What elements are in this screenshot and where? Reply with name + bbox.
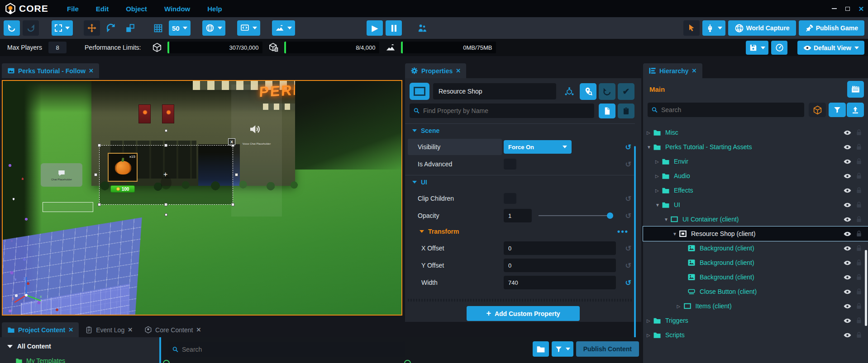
visibility-eye-icon[interactable]: [843, 201, 852, 209]
visibility-eye-icon[interactable]: [843, 302, 852, 311]
publish-content-button[interactable]: Publish Content: [576, 341, 639, 357]
menu-window[interactable]: Window: [164, 5, 190, 13]
resize-handle[interactable]: [235, 173, 238, 176]
tab-core-content[interactable]: Core Content✕: [139, 322, 206, 337]
reset-icon[interactable]: ↺: [625, 244, 631, 253]
max-players-value[interactable]: 8: [48, 42, 67, 53]
resize-handle[interactable]: [164, 203, 167, 206]
default-view-dropdown[interactable]: Default View: [797, 41, 864, 55]
paste-properties-button[interactable]: [618, 104, 634, 118]
caret-closed-icon[interactable]: ▷: [655, 188, 662, 193]
performance-gauge-button[interactable]: [771, 41, 787, 55]
grid-snap-button[interactable]: [150, 20, 166, 36]
filter-button[interactable]: [829, 103, 846, 117]
reset-icon[interactable]: ↺: [625, 261, 631, 270]
close-tab-icon[interactable]: ✕: [196, 326, 201, 333]
lock-icon[interactable]: [855, 245, 863, 252]
visibility-eye-icon[interactable]: [843, 186, 852, 195]
open-folder-button[interactable]: [533, 341, 549, 357]
slider-knob[interactable]: [607, 212, 613, 219]
reset-icon[interactable]: ↺: [625, 160, 631, 169]
caret-open-icon[interactable]: ▼: [655, 203, 662, 207]
resize-handle[interactable]: [164, 144, 167, 147]
reset-icon[interactable]: ↺: [625, 143, 631, 151]
property-search-input[interactable]: [410, 104, 594, 118]
resize-handle[interactable]: [231, 203, 234, 206]
caret-closed-icon[interactable]: ▷: [677, 304, 683, 309]
visibility-eye-icon[interactable]: [843, 157, 852, 166]
visibility-eye-icon[interactable]: [843, 288, 852, 296]
copy-properties-button[interactable]: [599, 104, 615, 118]
resize-handle[interactable]: [98, 203, 101, 206]
bot-dropdown[interactable]: [702, 20, 725, 36]
guide-handle[interactable]: [165, 213, 167, 216]
caret-open-icon[interactable]: ▼: [647, 145, 653, 150]
lock-icon[interactable]: [855, 302, 863, 310]
all-content-node[interactable]: All Content: [7, 343, 51, 350]
hierarchy-item-scripts[interactable]: ▷Scripts: [643, 328, 868, 342]
lock-icon[interactable]: [855, 259, 863, 266]
visibility-dropdown[interactable]: Force On: [504, 140, 572, 154]
save-dropdown[interactable]: [746, 41, 768, 55]
hierarchy-item-ui-container-client-[interactable]: ▼UI Container (client): [643, 212, 868, 226]
visibility-eye-icon[interactable]: [843, 143, 852, 151]
caret-closed-icon[interactable]: ▷: [655, 174, 662, 179]
visibility-eye-icon[interactable]: [843, 273, 852, 282]
content-search-input[interactable]: [168, 342, 405, 357]
lock-icon[interactable]: [855, 143, 863, 151]
lock-icon[interactable]: [855, 216, 863, 223]
viewport-3d[interactable]: PERKS Voice Chat Placeholder Chat Pl: [2, 80, 402, 316]
hierarchy-item-misc[interactable]: ▷Misc: [643, 125, 868, 140]
reset-icon[interactable]: ↺: [625, 212, 631, 220]
minimize-button[interactable]: [831, 5, 837, 12]
x-offset-field[interactable]: 0: [504, 241, 616, 255]
caret-closed-icon[interactable]: ▷: [647, 318, 653, 323]
price-badge[interactable]: 100: [110, 185, 135, 193]
caret-closed-icon[interactable]: ▷: [647, 333, 653, 338]
is-advanced-checkbox[interactable]: [504, 159, 516, 170]
cinematic-button[interactable]: [847, 81, 864, 98]
grid-size-dropdown[interactable]: 50: [169, 20, 191, 36]
restore-button[interactable]: [844, 5, 851, 12]
reset-icon[interactable]: ↺: [625, 278, 631, 287]
menu-file[interactable]: File: [67, 5, 79, 13]
revert-button[interactable]: [599, 83, 615, 100]
hierarchy-item-effects[interactable]: ▷Effects: [643, 183, 868, 198]
hierarchy-item-perks-tutorial-starting-assets[interactable]: ▼Perks Tutorial - Starting Assets: [643, 140, 868, 154]
y-offset-field[interactable]: 0: [504, 259, 616, 272]
opacity-slider[interactable]: [539, 215, 610, 216]
hierarchy-item-triggers[interactable]: ▷Triggers: [643, 313, 868, 328]
world-space-dropdown[interactable]: [202, 20, 225, 36]
add-custom-property-button[interactable]: + Add Custom Property: [467, 306, 580, 321]
lock-icon[interactable]: [855, 172, 863, 179]
visibility-eye-icon[interactable]: [843, 259, 852, 267]
hierarchy-item-resource-shop-client-[interactable]: ▼Resource Shop (client): [643, 226, 868, 241]
lock-icon[interactable]: [855, 201, 863, 208]
lock-icon[interactable]: [855, 129, 863, 136]
pane-divider[interactable]: [159, 337, 161, 363]
scene-root-label[interactable]: Main: [649, 85, 665, 93]
play-button[interactable]: ▶: [367, 20, 383, 36]
tab-hierarchy[interactable]: Hierarchy ✕: [643, 63, 702, 78]
find-in-scene-button[interactable]: [580, 83, 596, 100]
hierarchy-scrollbar[interactable]: [865, 250, 867, 326]
show-assets-button[interactable]: [809, 103, 826, 117]
close-tab-icon[interactable]: ✕: [128, 326, 133, 333]
caret-closed-icon[interactable]: ▷: [647, 130, 653, 135]
lock-icon[interactable]: [855, 288, 863, 295]
tab-properties[interactable]: Properties ✕: [405, 63, 466, 78]
close-tab-icon[interactable]: ✕: [692, 67, 697, 74]
terrain-dropdown[interactable]: [272, 20, 295, 36]
transform-section-header[interactable]: Transform •••: [405, 225, 635, 238]
reset-icon[interactable]: ↺: [625, 194, 631, 203]
visibility-eye-icon[interactable]: [843, 331, 852, 339]
visibility-eye-icon[interactable]: [843, 244, 852, 253]
redo-button[interactable]: [23, 20, 39, 36]
menu-edit[interactable]: Edit: [96, 5, 109, 13]
properties-scrollbar[interactable]: [634, 146, 636, 338]
caret-closed-icon[interactable]: ▷: [655, 159, 662, 164]
shop-item-card[interactable]: x15: [108, 153, 138, 182]
close-tab-icon[interactable]: ✕: [68, 326, 73, 333]
snap-mode-dropdown[interactable]: [52, 20, 73, 36]
tab-project-content[interactable]: Project Content✕: [2, 322, 79, 337]
